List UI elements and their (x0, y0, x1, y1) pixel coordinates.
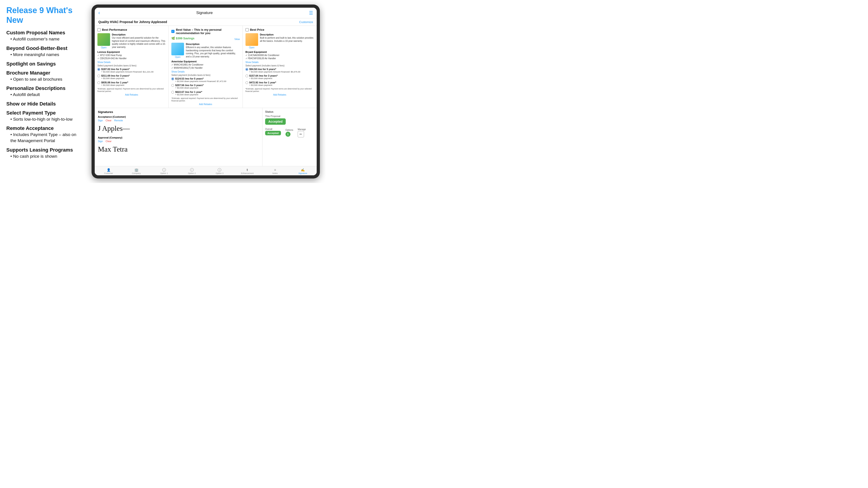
clear-button[interactable]: Clear (105, 119, 112, 122)
radio-circle[interactable] (171, 84, 174, 87)
open-link[interactable]: Open (101, 46, 106, 49)
payment-sub: + $3,500 down payment (249, 77, 278, 80)
option-checkbox[interactable]: ✓ (171, 30, 175, 33)
payment-option[interactable]: $94.58 /mo for 5 years*+ $3,500 down pay… (246, 68, 314, 73)
radio-circle[interactable] (97, 68, 100, 71)
options-col: Options 1 (285, 129, 293, 137)
payment-sub: + $3,500 down payment Amount Financed: $… (249, 70, 301, 73)
payment-option[interactable]: $207.56 /mo for 3 years*+ $3,500 down pa… (171, 84, 240, 89)
view-link[interactable]: View (235, 38, 240, 40)
add-rebates-link[interactable]: Add Rebates (171, 103, 240, 105)
sign-button[interactable]: Sign (98, 119, 103, 122)
right-panel: ‹ Signature ☰ Quality HVAC Proposal for … (88, 0, 326, 183)
option-desc-block: OpenDescriptionEfficient in any weather,… (171, 43, 240, 58)
nav-item[interactable]: ⬆Enhancement (234, 168, 261, 175)
nav-item[interactable]: 🏢Company (123, 168, 150, 175)
option-image (171, 43, 184, 55)
payment-text: $935.08 /mo for 1 year*+ $3,500 down pay… (101, 81, 128, 87)
option-header: Best Performance (97, 28, 166, 31)
section-heading: Show or Hide Details (6, 101, 82, 107)
radio-circle[interactable] (246, 74, 248, 77)
nav-label: Company (132, 172, 141, 174)
section-heading: Spotlight on Savings (6, 61, 82, 67)
options-count: 1 (285, 132, 290, 137)
option-header: ✓Best Value – This is my personal recomm… (171, 28, 240, 35)
payment-option[interactable]: $311.69 /mo for 3 years*+ $3,500 down pa… (97, 74, 166, 80)
option-header: Best Price (246, 28, 314, 31)
tablet-screen: ‹ Signature ☰ Quality HVAC Proposal for … (95, 8, 317, 175)
nav-item[interactable]: 1Option 1 (150, 168, 178, 175)
payment-option[interactable]: $187.02 /mo for 5 years*+ $3,500 down pa… (97, 68, 166, 73)
open-link[interactable]: Open (249, 46, 254, 49)
section-heading: Brochure Manager (6, 70, 82, 76)
radio-circle[interactable] (97, 81, 100, 84)
option-checkbox[interactable] (246, 28, 249, 31)
nav-circle: 3 (218, 168, 221, 172)
payment-sub: + $3,500 down payment (101, 77, 129, 80)
radio-circle[interactable] (246, 81, 248, 84)
payment-option[interactable]: $472.92 /mo for 1 year*+ $3,500 down pay… (246, 81, 314, 87)
bullet-item: Includes Payment Type – also on the Mana… (6, 132, 82, 144)
payment-main: $207.56 /mo for 3 years* (175, 84, 204, 87)
equipment-item: CBX25UH-042 Air Handler (97, 57, 166, 60)
radio-circle[interactable] (246, 68, 248, 71)
payment-label: Select payment (includes taxes & fees) (246, 64, 314, 67)
sig-group-title: Acceptance (Customer) (98, 116, 259, 118)
show-details-link[interactable]: Show Details (97, 61, 166, 64)
radio-circle[interactable] (97, 74, 100, 77)
accepted-badge: Accepted (265, 119, 286, 125)
option-title: Best Performance (102, 28, 127, 31)
payment-option[interactable]: $622.67 /mo for 1 year*+ $3,500 down pay… (171, 91, 240, 96)
menu-button[interactable]: ☰ (309, 10, 313, 15)
manage-icon[interactable]: ✏ (298, 131, 304, 137)
payment-option[interactable]: $124.53 /mo for 5 years*+ $3,500 down pa… (171, 77, 240, 83)
equipment-section: Lennox EquipmentXP17-030 Heat PumpCBX25U… (97, 51, 166, 60)
customize-link[interactable]: Customize (299, 20, 313, 24)
desc-text-wrap: DescriptionBuilt to perform and built to… (260, 33, 314, 49)
payment-option[interactable]: $935.08 /mo for 1 year*+ $3,500 down pay… (97, 81, 166, 87)
remote-button[interactable]: Remote (114, 119, 123, 122)
nav-item[interactable]: 👤Customer (95, 168, 123, 175)
nav-item[interactable]: ✍Signature (289, 168, 317, 175)
payment-note: *Estimate, approval required. Payment te… (171, 97, 240, 102)
equipment-item: XP17-030 Heat Pump (97, 54, 166, 57)
section-heading: Personalize Descriptions (6, 86, 82, 91)
proposal-label: This Proposal (265, 115, 314, 118)
signature-image: Max Tetra (98, 143, 259, 155)
payment-main: $94.58 /mo for 5 years* (249, 68, 301, 70)
payment-option[interactable]: $157.64 /mo for 3 years*+ $3,500 down pa… (246, 74, 314, 80)
section-heading: Select Payment Type (6, 110, 82, 116)
signatures-title: Signatures (98, 110, 259, 113)
bottom-section: Signatures Acceptance (Customer)SignClea… (95, 108, 317, 166)
payment-text: $94.58 /mo for 5 years*+ $3,500 down pay… (249, 68, 301, 73)
radio-circle[interactable] (171, 77, 174, 80)
payment-text: $622.67 /mo for 1 year*+ $3,500 down pay… (175, 91, 202, 96)
nav-item[interactable]: 2Option 2 (178, 168, 206, 175)
radio-circle[interactable] (171, 91, 174, 94)
nav-label: Notes (272, 172, 278, 174)
sig-actions: SignClear (98, 140, 259, 142)
clear-button[interactable]: Clear (105, 140, 112, 142)
open-link[interactable]: Open (175, 56, 180, 58)
sign-button[interactable]: Sign (98, 140, 103, 142)
show-details-link[interactable]: Show Details (171, 70, 240, 73)
equipment-item: 114CNA030000 Air Conditioner (246, 54, 314, 57)
nav-item[interactable]: 3Option 3 (206, 168, 234, 175)
back-button[interactable]: ‹ (98, 10, 100, 16)
bullet-item: Open to see all brochures (6, 76, 82, 83)
payment-text: $311.69 /mo for 3 years*+ $3,500 down pa… (101, 74, 129, 80)
payment-sub: + $3,500 down payment (175, 93, 202, 96)
bullet-item: More meaningful names (6, 52, 82, 58)
desc-text: Built to perform and built to last, this… (260, 36, 314, 42)
payment-note: *Estimate, approval required. Payment te… (97, 88, 166, 93)
add-rebates-link[interactable]: Add Rebates (97, 94, 166, 96)
overall-label: Overall (265, 128, 281, 130)
option-checkbox[interactable] (97, 28, 101, 31)
desc-text-wrap: DescriptionOur most efficient and powerf… (112, 33, 166, 49)
payment-main: $124.53 /mo for 5 years* (175, 77, 226, 80)
show-details-link[interactable]: Show Details (246, 61, 314, 64)
nav-item[interactable]: ≡Notes (261, 168, 289, 175)
add-rebates-link[interactable]: Add Rebates (246, 94, 314, 96)
sig-group: Acceptance (Customer)SignClearRemoteJ Ap… (98, 116, 259, 134)
payment-sub: + $3,500 down payment (175, 87, 204, 89)
